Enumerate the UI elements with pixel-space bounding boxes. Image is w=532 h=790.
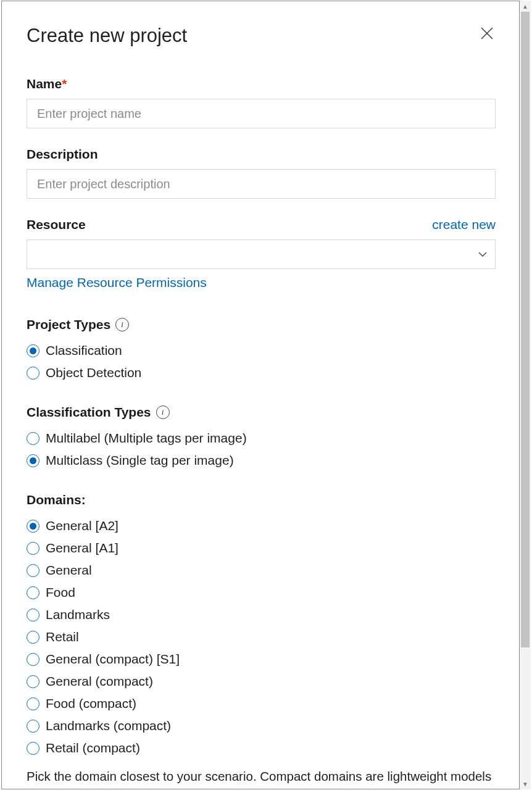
classification-type-option[interactable]: Multiclass (Single tag per image) <box>27 453 496 468</box>
info-icon[interactable]: i <box>115 318 129 331</box>
radio-label: Food <box>46 585 75 600</box>
radio-button[interactable] <box>27 520 39 533</box>
radio-label: Food (compact) <box>46 696 136 711</box>
vertical-scrollbar[interactable]: ▲ ▼ <box>520 1 531 789</box>
radio-label: Landmarks (compact) <box>46 718 171 733</box>
domains-heading-text: Domains: <box>27 493 86 507</box>
domain-option[interactable]: Landmarks (compact) <box>27 718 496 733</box>
radio-button[interactable] <box>27 653 39 666</box>
domains-group: General [A2]General [A1]GeneralFoodLandm… <box>27 518 496 755</box>
manage-resource-permissions-link[interactable]: Manage Resource Permissions <box>27 275 207 290</box>
domains-helper-prefix: Pick the domain closest to your scenario… <box>27 769 491 789</box>
project-type-option[interactable]: Classification <box>27 343 496 358</box>
radio-button[interactable] <box>27 564 39 577</box>
create-project-dialog: Create new project Name* Description Res… <box>1 1 520 789</box>
domain-option[interactable]: General [A1] <box>27 541 496 555</box>
classification-types-heading: Classification Types i <box>27 405 496 420</box>
radio-button[interactable] <box>27 609 39 622</box>
description-input[interactable] <box>27 169 496 199</box>
domains-helper-text: Pick the domain closest to your scenario… <box>27 768 496 789</box>
project-types-heading-text: Project Types <box>27 317 110 332</box>
project-types-heading: Project Types i <box>27 317 496 332</box>
radio-label: General [A2] <box>46 518 118 533</box>
name-label-text: Name <box>27 77 62 91</box>
domain-option[interactable]: General (compact) [S1] <box>27 652 496 667</box>
resource-select-value <box>27 239 496 269</box>
domain-option[interactable]: General <box>27 563 496 578</box>
scroll-down-arrow-icon[interactable]: ▼ <box>520 778 531 789</box>
radio-button[interactable] <box>27 432 39 445</box>
scrollbar-track[interactable] <box>520 12 531 778</box>
dialog-title: Create new project <box>27 25 187 47</box>
dialog-header: Create new project <box>27 25 496 47</box>
radio-button[interactable] <box>27 344 39 357</box>
close-button[interactable] <box>478 25 496 42</box>
resource-label: Resource <box>27 217 86 232</box>
radio-label: General <box>46 563 92 578</box>
radio-button[interactable] <box>27 542 39 555</box>
radio-label: Object Detection <box>46 365 141 380</box>
learn-more-link[interactable]: Learn More <box>347 787 412 789</box>
radio-label: General (compact) [S1] <box>46 652 180 667</box>
radio-button[interactable] <box>27 586 39 599</box>
radio-button[interactable] <box>27 631 39 644</box>
radio-label: Multilabel (Multiple tags per image) <box>46 431 247 446</box>
radio-label: Retail <box>46 630 79 644</box>
radio-button[interactable] <box>27 697 39 710</box>
classification-type-option[interactable]: Multilabel (Multiple tags per image) <box>27 431 496 446</box>
classification-types-group: Multilabel (Multiple tags per image)Mult… <box>27 431 496 468</box>
radio-label: Classification <box>46 343 122 358</box>
radio-button[interactable] <box>27 367 39 380</box>
description-label: Description <box>27 147 496 162</box>
domains-heading: Domains: <box>27 493 496 507</box>
project-types-group: ClassificationObject Detection <box>27 343 496 380</box>
radio-label: Retail (compact) <box>46 741 140 755</box>
scroll-up-arrow-icon[interactable]: ▲ <box>520 1 531 12</box>
radio-button[interactable] <box>27 742 39 755</box>
radio-button[interactable] <box>27 675 39 688</box>
close-icon <box>480 26 494 41</box>
info-icon[interactable]: i <box>156 405 170 419</box>
name-input[interactable] <box>27 99 496 128</box>
project-type-option[interactable]: Object Detection <box>27 365 496 380</box>
resource-select[interactable] <box>27 239 496 269</box>
scrollbar-thumb[interactable] <box>521 12 530 647</box>
classification-types-heading-text: Classification Types <box>27 405 151 420</box>
domain-option[interactable]: Landmarks <box>27 607 496 622</box>
radio-label: Multiclass (Single tag per image) <box>46 453 234 468</box>
domain-option[interactable]: Food <box>27 585 496 600</box>
resource-header-row: Resource create new <box>27 217 496 232</box>
domain-option[interactable]: General (compact) <box>27 674 496 689</box>
domain-option[interactable]: General [A2] <box>27 518 496 533</box>
domain-option[interactable]: Retail <box>27 630 496 644</box>
radio-button[interactable] <box>27 720 39 733</box>
domain-option[interactable]: Food (compact) <box>27 696 496 711</box>
name-label: Name* <box>27 77 496 91</box>
domain-option[interactable]: Retail (compact) <box>27 741 496 755</box>
radio-button[interactable] <box>27 454 39 467</box>
radio-label: General [A1] <box>46 541 118 555</box>
radio-label: General (compact) <box>46 674 153 689</box>
create-new-resource-link[interactable]: create new <box>432 217 496 232</box>
radio-label: Landmarks <box>46 607 110 622</box>
required-asterisk: * <box>62 77 67 91</box>
